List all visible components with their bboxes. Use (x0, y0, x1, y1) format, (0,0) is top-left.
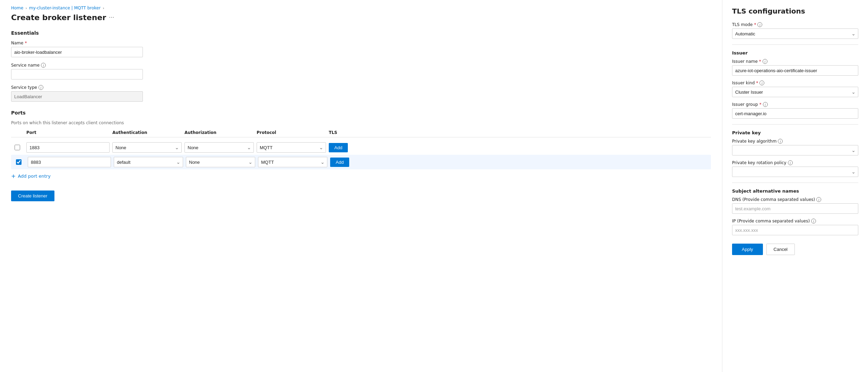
breadcrumb-home[interactable]: Home (11, 6, 23, 10)
issuer-name-label: Issuer name * i (732, 59, 858, 64)
issuer-name-field: Issuer name * i (732, 59, 858, 76)
breadcrumb: Home › my-cluster-instance | MQTT broker… (11, 6, 711, 10)
issuer-group-input[interactable] (732, 108, 858, 119)
plus-icon: + (11, 173, 16, 179)
name-required: * (25, 41, 27, 45)
col-authz-header: Authorization (184, 130, 254, 135)
tls-mode-field: TLS mode * i Automatic Manual Disabled (732, 22, 858, 39)
port-row-1-checkbox-cell (11, 145, 24, 150)
ports-title: Ports (11, 110, 711, 116)
port-row-2-protocol-select[interactable]: MQTT WebSocket (258, 157, 327, 167)
col-port-header: Port (26, 130, 110, 135)
tls-mode-select-wrapper: Automatic Manual Disabled (732, 28, 858, 39)
service-name-label: Service name i (11, 63, 143, 68)
essentials-title: Essentials (11, 30, 711, 36)
issuer-kind-required: * (756, 81, 758, 85)
private-key-algo-select-wrapper: EC256 EC384 RSA2048 RSA4096 (732, 145, 858, 155)
breadcrumb-sep2: › (103, 6, 104, 10)
dns-label: DNS (Provide comma separated values) i (732, 197, 858, 202)
service-type-label: Service type i (11, 85, 143, 90)
service-name-info-icon[interactable]: i (41, 63, 46, 68)
port-row-1-add-cell: Add (329, 143, 363, 152)
tls-mode-required: * (754, 22, 756, 27)
san-section-label: Subject alternative names (732, 188, 858, 194)
port-row-1-authz-select-wrapper: None (184, 142, 254, 153)
service-type-info-icon[interactable]: i (38, 85, 43, 90)
ip-field: IP (Provide comma separated values) i (732, 219, 858, 235)
ports-table-header: Port Authentication Authorization Protoc… (11, 130, 711, 137)
private-key-rotation-info-icon[interactable]: i (788, 160, 793, 165)
port-row-1-port-input[interactable] (26, 142, 110, 153)
port-row-2-protocol-select-wrapper: MQTT WebSocket (258, 157, 327, 167)
issuer-group-label: Issuer group * i (732, 102, 858, 107)
breadcrumb-sep1: › (25, 6, 27, 10)
apply-button[interactable]: Apply (732, 244, 763, 255)
port-row-1-add-button[interactable]: Add (329, 143, 348, 152)
port-row-2-auth-select-wrapper: None default (114, 157, 183, 167)
col-tls-header: TLS (329, 130, 363, 135)
issuer-kind-label: Issuer kind * i (732, 81, 858, 85)
tls-mode-label: TLS mode * i (732, 22, 858, 27)
create-listener-button[interactable]: Create listener (11, 191, 54, 201)
issuer-group-required: * (759, 102, 762, 107)
tls-actions: Apply Cancel (732, 244, 858, 255)
port-row-2-port-cell (28, 157, 111, 167)
issuer-kind-select[interactable]: Cluster Issuer Issuer (732, 87, 858, 97)
page-title: Create broker listener (11, 13, 106, 22)
issuer-section-label: Issuer (732, 50, 858, 56)
issuer-group-info-icon[interactable]: i (763, 102, 768, 107)
port-row-1-auth-select-wrapper: None default (112, 142, 182, 153)
issuer-name-input[interactable] (732, 65, 858, 76)
private-key-section-label: Private key (732, 130, 858, 135)
port-row-2-authz-select-wrapper: None (186, 157, 255, 167)
add-port-link[interactable]: + Add port entry (11, 173, 711, 179)
service-name-input[interactable] (11, 69, 143, 79)
issuer-name-info-icon[interactable]: i (763, 59, 767, 64)
issuer-group-field: Issuer group * i (732, 102, 858, 119)
tls-mode-select[interactable]: Automatic Manual Disabled (732, 28, 858, 39)
port-row-1-auth-select[interactable]: None default (112, 142, 182, 153)
essentials-section: Essentials Name * Service name i Service… (11, 30, 711, 102)
dns-field: DNS (Provide comma separated values) i (732, 197, 858, 214)
breadcrumb-cluster[interactable]: my-cluster-instance | MQTT broker (29, 6, 101, 10)
page-title-row: Create broker listener ··· (11, 13, 711, 22)
port-row-2: None default None MQTT WebSocket Add (11, 155, 711, 169)
ports-description: Ports on which this listener accepts cli… (11, 120, 711, 125)
private-key-algo-select[interactable]: EC256 EC384 RSA2048 RSA4096 (732, 145, 858, 155)
port-row-2-authz-select[interactable]: None (186, 157, 255, 167)
port-row-1-checkbox[interactable] (15, 145, 20, 150)
ip-input[interactable] (732, 225, 858, 235)
port-row-1-port-cell (26, 142, 110, 153)
name-label: Name * (11, 41, 143, 45)
add-port-label: Add port entry (18, 174, 50, 179)
dns-info-icon[interactable]: i (816, 197, 821, 202)
divider-2 (732, 124, 858, 125)
tls-panel: TLS configurations TLS mode * i Automati… (722, 0, 868, 372)
private-key-algo-info-icon[interactable]: i (778, 139, 783, 144)
private-key-rotation-label: Private key rotation policy i (732, 160, 858, 165)
dns-input[interactable] (732, 203, 858, 214)
more-options-icon[interactable]: ··· (109, 14, 114, 21)
port-row-1-protocol-select[interactable]: MQTT WebSocket (257, 142, 326, 153)
private-key-algo-field: Private key algorithm i EC256 EC384 RSA2… (732, 139, 858, 155)
private-key-rotation-select[interactable]: Always Never (732, 167, 858, 177)
port-row-1-authz-select[interactable]: None (184, 142, 254, 153)
port-row-1-protocol-select-wrapper: MQTT WebSocket (257, 142, 326, 153)
col-protocol-header: Protocol (257, 130, 326, 135)
port-row-2-checkbox-cell (12, 159, 25, 165)
port-row-2-add-button[interactable]: Add (330, 158, 349, 167)
divider-1 (732, 44, 858, 45)
tls-mode-info-icon[interactable]: i (757, 22, 762, 27)
cancel-button[interactable]: Cancel (766, 244, 795, 255)
service-name-field-group: Service name i (11, 63, 143, 79)
name-input[interactable] (11, 47, 143, 57)
port-row-2-auth-select[interactable]: None default (114, 157, 183, 167)
port-row-2-add-cell: Add (330, 158, 365, 167)
port-row-2-port-input[interactable] (28, 157, 111, 167)
private-key-rotation-field: Private key rotation policy i Always Nev… (732, 160, 858, 177)
divider-3 (732, 183, 858, 183)
port-row-2-checkbox[interactable] (16, 159, 22, 165)
issuer-kind-info-icon[interactable]: i (759, 81, 764, 85)
ip-info-icon[interactable]: i (811, 219, 816, 223)
private-key-rotation-select-wrapper: Always Never (732, 167, 858, 177)
